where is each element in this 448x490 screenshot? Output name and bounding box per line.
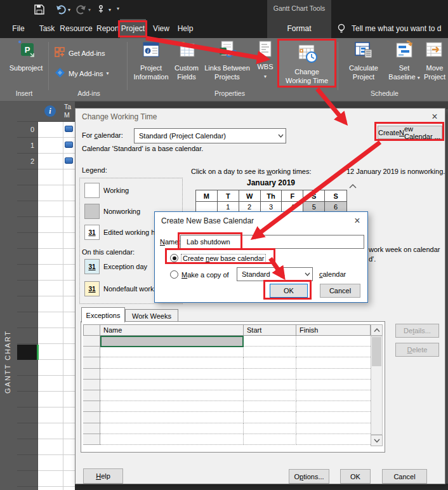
exception-cell[interactable]: [100, 401, 244, 412]
gantt-row-headers[interactable]: [17, 122, 38, 490]
column-header-start[interactable]: Start: [244, 324, 296, 336]
move-project-button[interactable]: MoveProject: [421, 39, 448, 81]
exception-cell[interactable]: [244, 357, 296, 368]
my-addins-dropdown-icon[interactable]: ▾: [106, 70, 109, 76]
save-icon[interactable]: [33, 3, 46, 16]
custom-fields-button[interactable]: CustomFields: [170, 39, 203, 81]
name-field[interactable]: Lab shutdown: [180, 235, 364, 249]
create-new-calendar-button[interactable]: Create New Calendar ...: [378, 126, 442, 139]
set-baseline-button[interactable]: SetBaseline ▾: [385, 39, 423, 82]
exception-row[interactable]: [83, 412, 371, 423]
my-addins-button[interactable]: My Add-ins ▾: [55, 67, 109, 79]
exception-cell[interactable]: [100, 423, 244, 434]
column-header-name[interactable]: Name: [100, 324, 244, 336]
table-scroll-up-icon[interactable]: [371, 324, 383, 336]
exception-cell[interactable]: [100, 369, 244, 380]
make-a-copy-radio-label[interactable]: Make a copy of: [181, 271, 229, 279]
table-scroll-down-icon[interactable]: [371, 435, 383, 446]
exception-row[interactable]: [83, 434, 371, 445]
exception-cell[interactable]: [100, 347, 244, 357]
exception-cell[interactable]: [83, 423, 100, 434]
create-new-base-calendar-radio[interactable]: [170, 254, 178, 262]
exception-cell[interactable]: [296, 401, 371, 412]
gantt-row-number[interactable]: 2: [17, 154, 34, 169]
exception-cell[interactable]: [244, 347, 296, 357]
selected-row-header[interactable]: [17, 345, 39, 360]
calculate-project-button[interactable]: CalculateProject: [343, 39, 384, 81]
exception-cell[interactable]: [296, 357, 371, 368]
ok-button[interactable]: OK: [340, 469, 371, 484]
exception-cell[interactable]: [244, 423, 296, 434]
exception-cell[interactable]: [244, 380, 296, 390]
for-calendar-select[interactable]: Standard (Project Calendar): [134, 128, 286, 143]
exception-cell[interactable]: [83, 357, 100, 368]
exception-cell[interactable]: [100, 380, 244, 390]
help-button[interactable]: Help: [83, 468, 123, 484]
indicators-column-icon[interactable]: i: [44, 105, 56, 117]
options-button[interactable]: Options...: [289, 469, 329, 484]
task-mode-column-header[interactable]: TaM: [64, 103, 71, 119]
make-a-copy-radio[interactable]: [170, 270, 178, 279]
touch-mode-dropdown-icon[interactable]: ▾: [109, 7, 111, 13]
exception-row[interactable]: [83, 347, 371, 357]
gantt-row-number[interactable]: 0: [17, 122, 34, 138]
exception-cell[interactable]: [244, 412, 296, 423]
exception-row[interactable]: [83, 423, 371, 434]
exception-cell[interactable]: [83, 390, 100, 401]
exception-row[interactable]: [83, 357, 371, 368]
get-addins-button[interactable]: Get Add-ins: [55, 47, 105, 59]
cancel-button[interactable]: Cancel: [382, 469, 427, 484]
wbs-button[interactable]: WBS▾: [254, 39, 277, 81]
exception-cell[interactable]: [244, 401, 296, 412]
calendar-scroll-up-icon[interactable]: [349, 180, 357, 192]
tab-resource[interactable]: Resource: [58, 19, 94, 38]
exception-cell[interactable]: [244, 336, 296, 347]
exception-cell[interactable]: [296, 380, 371, 390]
column-header-finish[interactable]: Finish: [296, 324, 371, 336]
tab-help[interactable]: Help: [175, 19, 196, 38]
exception-cell[interactable]: [83, 412, 100, 423]
exception-row[interactable]: [83, 369, 371, 380]
exception-cell[interactable]: [100, 357, 244, 368]
exception-cell[interactable]: [83, 401, 100, 412]
links-between-projects-button[interactable]: P Links BetweenProjects: [201, 39, 254, 81]
exception-cell[interactable]: [100, 434, 244, 445]
touch-mode-icon[interactable]: [95, 3, 108, 16]
delete-button[interactable]: Delete: [395, 343, 439, 357]
exception-cell[interactable]: [83, 336, 100, 347]
set-baseline-dropdown-icon[interactable]: ▾: [418, 75, 420, 81]
tab-work-weeks[interactable]: Work Weeks: [125, 309, 178, 322]
tab-view[interactable]: View: [150, 19, 173, 38]
exception-row[interactable]: [83, 401, 371, 412]
tab-project[interactable]: Project: [120, 19, 146, 38]
exception-cell[interactable]: [296, 336, 371, 347]
exception-cell[interactable]: [244, 390, 296, 401]
gantt-row-number[interactable]: 1: [17, 138, 34, 154]
tab-exceptions[interactable]: Exceptions: [81, 307, 125, 322]
close-icon[interactable]: ×: [349, 214, 366, 227]
wbs-dropdown-icon[interactable]: ▾: [264, 74, 267, 79]
tab-file[interactable]: File: [8, 19, 29, 38]
table-scrollbar-thumb[interactable]: [372, 337, 381, 366]
subproject-button[interactable]: P Subproject: [6, 39, 46, 73]
exception-cell[interactable]: [296, 390, 371, 401]
exception-cell[interactable]: [83, 380, 100, 390]
exception-cell[interactable]: [296, 412, 371, 423]
cancel-button[interactable]: Cancel: [320, 284, 360, 298]
copy-of-calendar-select[interactable]: Standard: [237, 267, 313, 281]
exception-cell[interactable]: [100, 390, 244, 401]
exception-cell[interactable]: [83, 347, 100, 357]
exception-cell[interactable]: [296, 347, 371, 357]
exception-cell[interactable]: [296, 369, 371, 380]
selected-exception-cell[interactable]: [100, 336, 244, 347]
undo-dropdown-icon[interactable]: ▾: [68, 7, 70, 13]
undo-icon[interactable]: [55, 3, 67, 16]
exception-cell[interactable]: [83, 434, 100, 445]
close-icon[interactable]: ×: [426, 110, 444, 125]
details-button[interactable]: Details...: [395, 324, 439, 338]
tab-task[interactable]: Task: [36, 19, 58, 38]
tell-me-box[interactable]: Tell me what you want to d: [352, 19, 448, 38]
change-working-time-button[interactable]: ChangeWorking Time: [278, 39, 336, 88]
tab-report[interactable]: Report: [94, 19, 122, 38]
create-new-base-calendar-radio-label[interactable]: Create new base calendar: [181, 255, 265, 262]
